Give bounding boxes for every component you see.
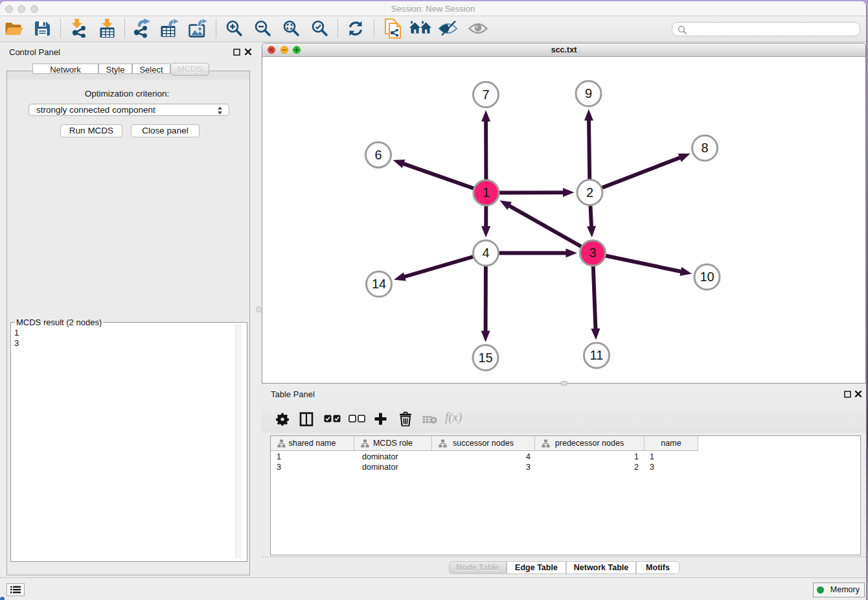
svg-text:8: 8 xyxy=(701,141,708,155)
svg-text:1: 1 xyxy=(483,185,490,200)
svg-text:4: 4 xyxy=(482,246,489,260)
svg-text:9: 9 xyxy=(585,86,592,100)
svg-text:6: 6 xyxy=(374,148,382,162)
svg-text:11: 11 xyxy=(590,348,604,362)
svg-text:15: 15 xyxy=(478,351,492,365)
svg-text:2: 2 xyxy=(586,185,593,200)
svg-text:7: 7 xyxy=(482,87,489,102)
svg-text:14: 14 xyxy=(372,277,386,291)
svg-text:3: 3 xyxy=(589,246,596,260)
svg-text:10: 10 xyxy=(700,270,714,284)
